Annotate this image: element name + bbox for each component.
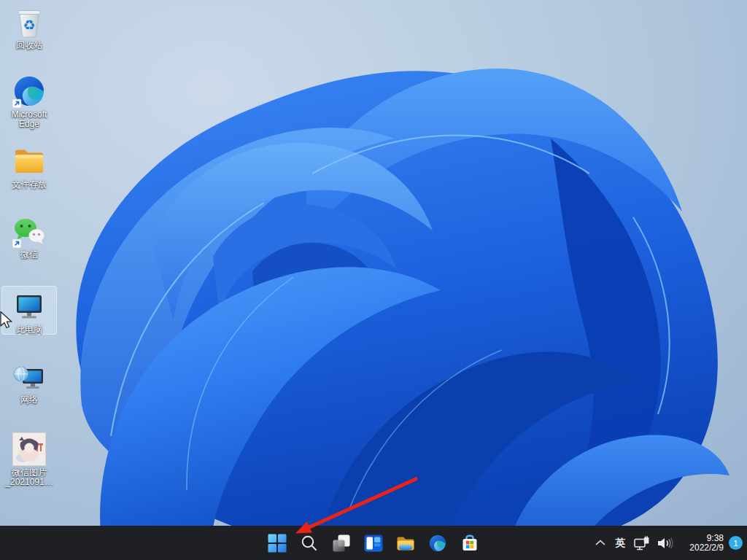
tray-overflow-button[interactable] <box>592 530 608 556</box>
search-icon <box>301 534 318 552</box>
network-tray-button[interactable] <box>632 530 652 556</box>
file-explorer-button[interactable] <box>391 529 420 558</box>
desktop-icon-label: 回收站 <box>16 41 42 50</box>
clock[interactable]: 9:38 2022/2/9 <box>680 532 725 554</box>
task-view-button[interactable] <box>327 529 356 558</box>
image-thumbnail-icon <box>12 432 47 467</box>
desktop-icon-wechat[interactable]: 微信 <box>1 211 57 260</box>
desktop-icon-recycle-bin[interactable]: ♻ 回收站 <box>1 1 57 50</box>
start-button[interactable] <box>263 529 292 558</box>
speaker-icon <box>657 536 675 551</box>
this-pc-icon <box>12 289 47 324</box>
desktop-icon-label: Edge <box>19 120 39 129</box>
desktop-icon-label: _2021091… <box>5 478 53 487</box>
desktop-icon-wechat-image[interactable]: 微信图片 _2021091… <box>1 429 57 487</box>
desktop-icon-label: 网络 <box>20 395 38 405</box>
svg-text:♻: ♻ <box>23 17 35 33</box>
clock-time: 9:38 <box>681 534 724 543</box>
recycle-bin-icon: ♻ <box>12 4 47 39</box>
volume-tray-button[interactable] <box>656 530 676 556</box>
network-icon <box>12 359 47 394</box>
widgets-button[interactable] <box>359 529 388 558</box>
system-tray: 英 9:38 2022/2/9 1 <box>592 526 743 560</box>
microsoft-store-icon <box>460 534 479 553</box>
desktop-icon-network[interactable]: 网络 <box>1 356 57 405</box>
chevron-up-icon <box>595 540 605 546</box>
task-view-icon <box>333 534 350 552</box>
desktop-icon-label: 此电脑 <box>16 325 42 335</box>
search-button[interactable] <box>295 529 324 558</box>
edge-taskbar-button[interactable] <box>423 529 452 558</box>
desktop-icon-folder[interactable]: 文件存放 <box>1 141 57 190</box>
taskbar-center-group <box>263 529 484 558</box>
widgets-icon <box>364 534 383 553</box>
ime-language-indicator[interactable]: 英 <box>612 530 628 556</box>
wallpaper-bloom <box>0 0 747 560</box>
notification-badge[interactable]: 1 <box>729 536 743 550</box>
microsoft-store-button[interactable] <box>455 529 484 558</box>
desktop-icon-label: 文件存放 <box>12 180 47 190</box>
edge-icon <box>12 74 47 109</box>
clock-date: 2022/2/9 <box>681 543 724 553</box>
start-icon <box>268 534 287 553</box>
ethernet-network-icon <box>634 536 651 551</box>
taskbar: 英 9:38 2022/2/9 1 <box>0 526 747 560</box>
desktop-icon-microsoft-edge[interactable]: Microsoft Edge <box>1 71 57 129</box>
wechat-icon <box>12 214 47 249</box>
file-explorer-icon <box>396 534 415 553</box>
edge-icon <box>428 534 447 553</box>
desktop-icon-label: 微信 <box>20 250 38 260</box>
desktop-icon-this-pc[interactable]: 此电脑 <box>1 286 57 335</box>
folder-icon <box>12 144 47 179</box>
